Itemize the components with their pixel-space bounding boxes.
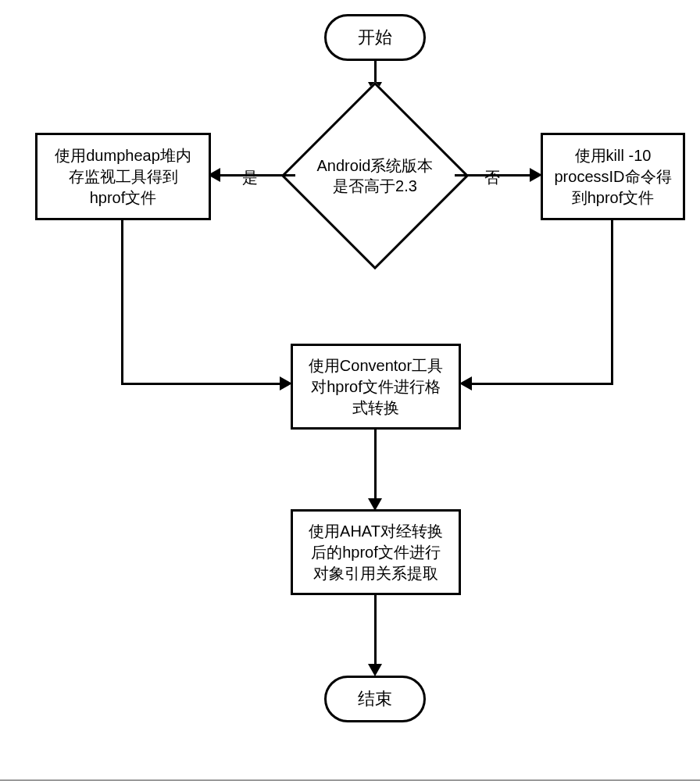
text-line: 使用kill -10: [575, 145, 652, 166]
arrowhead: [368, 664, 382, 676]
decision-line2: 是否高于2.3: [333, 177, 417, 194]
text-line: hprof文件: [90, 187, 157, 209]
text-line: 到hprof文件: [572, 187, 655, 209]
text-line: 使用AHAT对经转换: [309, 521, 443, 542]
text-line: 使用dumpheap堆内: [55, 145, 191, 166]
end-terminator: 结束: [324, 676, 426, 722]
process-dumpheap: 使用dumpheap堆内 存监视工具得到 hprof文件: [35, 133, 211, 220]
text-line: 对象引用关系提取: [313, 563, 438, 584]
edge-label-yes: 是: [242, 167, 258, 188]
process-kill10: 使用kill -10 processID命令得 到hprof文件: [541, 133, 685, 220]
edge-right-down: [611, 220, 613, 384]
edge-convert-to-ahat: [374, 430, 377, 500]
process-conventor: 使用Conventor工具 对hprof文件进行格 式转换: [291, 344, 461, 430]
decision-version-check: Android系统版本 是否高于2.3: [309, 109, 441, 242]
start-terminator: 开始: [324, 14, 426, 61]
text-line: 式转换: [352, 398, 399, 419]
text-line: 对hprof文件进行格: [311, 376, 441, 398]
text-line: 存监视工具得到: [69, 166, 178, 187]
text-line: processID命令得: [554, 166, 671, 187]
edge-label-no: 否: [484, 167, 500, 188]
text-line: 后的hprof文件进行: [311, 542, 441, 563]
arrowhead: [459, 376, 472, 390]
decision-line1: Android系统版本: [317, 157, 434, 174]
process-ahat: 使用AHAT对经转换 后的hprof文件进行 对象引用关系提取: [291, 509, 461, 595]
edge-decision-no: [455, 174, 531, 177]
edge-left-down: [121, 220, 123, 384]
decision-text: Android系统版本 是否高于2.3: [297, 155, 453, 196]
flowchart-canvas: 开始 Android系统版本 是否高于2.3 是 否 使用dumpheap堆内 …: [0, 0, 700, 781]
text-line: 使用Conventor工具: [309, 355, 443, 376]
edge-left-right: [121, 383, 281, 385]
edge-decision-yes: [219, 174, 295, 177]
edge-right-left: [470, 383, 613, 385]
edge-ahat-to-end: [374, 595, 377, 665]
